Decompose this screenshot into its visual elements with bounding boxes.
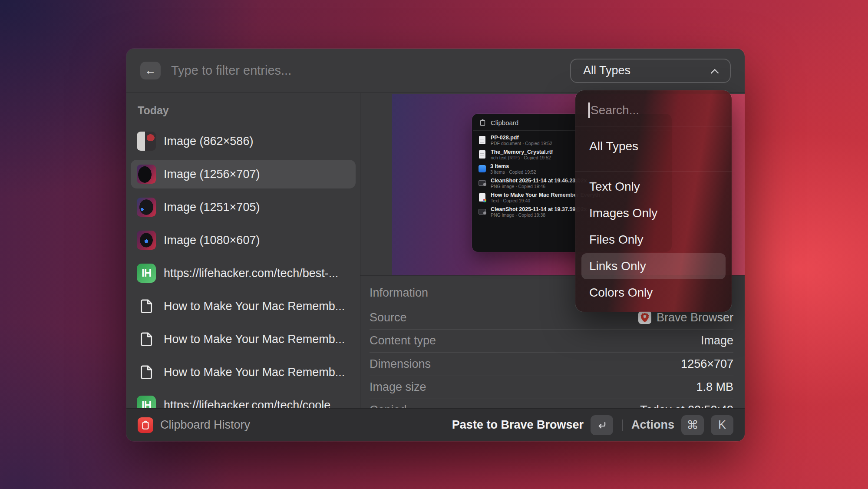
lifehacker-icon: lH (137, 396, 156, 408)
paste-action-button[interactable]: Paste to Brave Browser (452, 418, 584, 432)
list-item-label: How to Make Your Mac Rememb... (164, 333, 345, 346)
menu-item-files-only[interactable]: Files Only (581, 227, 726, 253)
info-label: Dimensions (370, 357, 431, 371)
list-item-selected[interactable]: Image (1256×707) (131, 160, 356, 188)
list-item-label: How to Make Your Mac Rememb... (164, 366, 345, 379)
image-thumbnail-icon (137, 198, 156, 217)
list-item[interactable]: lH https://lifehacker.com/tech/best-... (131, 259, 356, 287)
divider (370, 376, 733, 376)
clipboard-entry-list: Today Image (862×586) Image (1256×707) I… (126, 93, 360, 408)
info-value: Brave Browser (657, 311, 733, 324)
image-thumbnail-icon (137, 165, 156, 184)
desktop-wallpaper: ← All Types Today Image (862×586) Image … (0, 0, 868, 489)
info-label: Image size (370, 380, 426, 394)
info-value: 1.8 MB (696, 380, 733, 394)
brave-browser-icon (638, 311, 651, 324)
command-key: ⌘ (681, 415, 704, 435)
info-label: Copied (370, 403, 407, 409)
search-bar: ← All Types (126, 49, 745, 93)
menu-item-all-types[interactable]: All Types (581, 133, 726, 159)
action-bar: Clipboard History Paste to Brave Browser… (126, 408, 745, 441)
dropdown-search-input[interactable] (591, 103, 721, 117)
rtf-file-icon (479, 150, 485, 159)
info-row-content-type: Content type Image (370, 333, 733, 348)
filter-entries-input[interactable] (171, 63, 570, 78)
list-item-label: Image (1256×707) (164, 168, 260, 181)
k-key: K (711, 415, 733, 435)
text-cursor (588, 102, 590, 118)
divider (370, 352, 733, 353)
divider (575, 126, 732, 126)
list-item[interactable]: How to Make Your Mac Rememb... (131, 358, 356, 387)
clipboard-icon (479, 119, 486, 126)
actions-button[interactable]: Actions (631, 418, 674, 432)
return-key-icon[interactable] (591, 415, 613, 435)
info-label: Source (370, 311, 407, 324)
type-filter-value: All Types (583, 64, 630, 77)
type-filter-dropdown-button[interactable]: All Types (570, 59, 731, 83)
divider (370, 399, 733, 399)
menu-item-images-only[interactable]: Images Only (581, 200, 726, 226)
back-arrow-icon: ← (145, 64, 156, 77)
list-item-label: Image (862×586) (164, 135, 253, 148)
info-value: Today at 00:50:49 (640, 403, 733, 409)
chevron-up-icon (710, 69, 719, 77)
list-item-label: Image (1080×607) (164, 234, 260, 247)
info-value: 1256×707 (681, 357, 733, 371)
info-value: Image (701, 334, 733, 347)
mini-window-title: Clipboard (491, 119, 518, 126)
list-item[interactable]: How to Make Your Mac Rememb... (131, 325, 356, 354)
list-item-label: Image (1251×705) (164, 201, 260, 214)
list-item-label: https://lifehacker.com/tech/coole (164, 399, 330, 409)
screenshot-file-icon (479, 180, 486, 186)
information-header: Information (370, 286, 428, 300)
list-item[interactable]: Image (1251×705) (131, 193, 356, 221)
info-row-copied: Copied Today at 00:50:49 (370, 402, 733, 408)
back-button[interactable]: ← (140, 62, 161, 79)
info-label: Content type (370, 334, 436, 347)
list-item[interactable]: Image (862×586) (131, 127, 356, 155)
info-row-source: Source Brave Browser (370, 310, 733, 325)
divider (575, 172, 732, 172)
divider (370, 329, 733, 330)
menu-item-text-only[interactable]: Text Only (581, 174, 726, 200)
list-item-label: https://lifehacker.com/tech/best-... (164, 267, 338, 280)
divider (622, 420, 623, 431)
list-item[interactable]: Image (1080×607) (131, 226, 356, 254)
file-icon (137, 297, 156, 316)
file-icon (137, 330, 156, 349)
lifehacker-monogram: lH (142, 267, 151, 279)
list-item-label: How to Make Your Mac Rememb... (164, 300, 345, 313)
finder-items-icon (479, 165, 486, 172)
screenshot-file-icon (479, 209, 486, 215)
info-row-image-size: Image size 1.8 MB (370, 379, 733, 395)
section-header-today: Today (138, 104, 169, 117)
menu-item-colors-only[interactable]: Colors Only (581, 280, 726, 306)
list-item[interactable]: lH https://lifehacker.com/tech/coole (131, 391, 356, 408)
image-thumbnail-icon (137, 132, 156, 151)
info-row-dimensions: Dimensions 1256×707 (370, 356, 733, 372)
text-file-icon (479, 193, 485, 202)
list-item[interactable]: How to Make Your Mac Rememb... (131, 292, 356, 320)
lifehacker-monogram: lH (142, 399, 151, 408)
dropdown-search[interactable] (588, 101, 721, 120)
pdf-file-icon (479, 136, 485, 144)
app-name: Clipboard History (160, 418, 250, 432)
type-filter-dropdown-menu: All Types Text Only Images Only Files On… (575, 90, 732, 312)
clipboard-history-window: ← All Types Today Image (862×586) Image … (126, 49, 745, 441)
file-icon (137, 363, 156, 382)
menu-item-links-only[interactable]: Links Only (581, 253, 726, 279)
lifehacker-icon: lH (137, 264, 156, 283)
clipboard-history-app-icon (138, 417, 153, 433)
image-thumbnail-icon (137, 231, 156, 250)
